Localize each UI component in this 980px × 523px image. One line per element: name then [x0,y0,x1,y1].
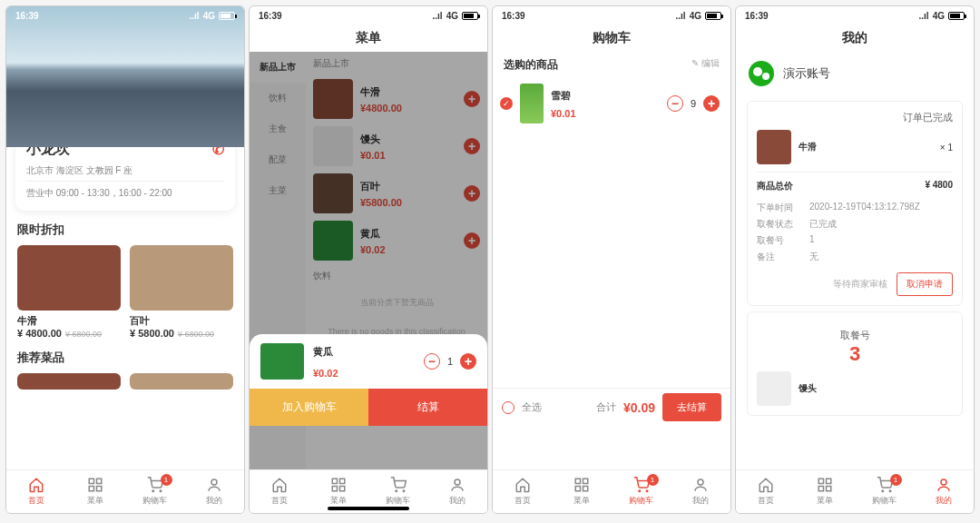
svg-point-18 [639,490,641,492]
dish-card[interactable]: 百叶 ¥ 5800.00¥ 6800.00 [130,245,233,339]
svg-rect-2 [90,487,94,491]
minus-icon[interactable]: − [424,353,440,370]
qty-value: 9 [691,98,696,109]
tab-cart[interactable]: 1购物车 [855,470,915,513]
radio-icon[interactable] [502,401,514,414]
tab-home[interactable]: 首页 [6,470,66,513]
svg-rect-7 [333,479,338,483]
order-image [757,371,791,406]
tab-cart[interactable]: 1购物车 [612,470,671,513]
svg-rect-14 [576,479,581,483]
checkout-button[interactable]: 结算 [368,389,487,426]
select-all-label[interactable]: 全选 [522,400,542,414]
tabbar: 首页 菜单 1购物车 我的 [493,469,730,513]
cart-footer: 全选 合计 ¥0.09 去结算 [493,388,730,426]
svg-rect-3 [97,487,102,491]
tab-me[interactable]: 我的 [671,470,731,513]
dish-image [17,373,121,390]
order-total-label: 商品总价 [757,180,793,192]
meta-val: 1 [809,234,815,247]
tab-label: 购物车 [629,495,653,507]
home-indicator [328,507,409,510]
order-status: 订单已完成 [757,111,953,124]
svg-point-25 [882,490,884,492]
tab-label: 购物车 [386,495,410,507]
tab-label: 购物车 [142,495,167,507]
battery-icon [705,12,721,20]
tab-me[interactable]: 我的 [428,470,488,513]
plus-icon[interactable]: + [703,95,720,112]
plus-icon[interactable]: + [460,353,476,370]
svg-point-27 [941,479,946,485]
screen-menu: 16:39 ..ıl4G 菜单 新品上市 饮料 主食 配菜 主菜 新品上市 牛滑… [249,5,488,514]
net-label: 4G [203,11,215,21]
status-bar: 16:39 ..ıl4G [250,6,487,25]
meta-key: 取餐状态 [757,218,802,231]
pickup-number: 3 [757,342,953,366]
grid-icon [817,477,833,493]
meta-val: 2020-12-19T04:13:12.798Z [809,202,920,214]
svg-rect-23 [819,487,824,491]
tab-label: 菜单 [87,495,103,507]
meta-key: 取餐号 [757,234,802,247]
cart-badge: 1 [647,474,659,486]
tab-home[interactable]: 首页 [736,470,796,513]
grid-icon [330,477,347,493]
section-discount: 限时折扣 [6,211,244,245]
tab-menu[interactable]: 菜单 [796,470,856,513]
net-label: 4G [933,11,945,21]
order-card[interactable]: 取餐号 3 馒头 [747,311,963,416]
user-icon [449,477,466,493]
svg-point-26 [889,490,891,492]
net-label: 4G [690,11,701,21]
tab-label: 菜单 [330,495,347,507]
cart-image [520,84,544,123]
tab-label: 首页 [28,495,44,507]
dish-card[interactable]: 牛滑 ¥ 4800.00¥ 6800.00 [17,245,121,339]
user-icon [692,477,709,493]
page-title: 菜单 [250,25,487,52]
add-to-cart-button[interactable]: 加入购物车 [250,389,368,426]
tab-label: 购物车 [872,495,897,507]
tab-label: 我的 [936,495,952,507]
order-card[interactable]: 订单已完成 牛滑 × 1 商品总价¥ 4800 下单时间2020-12-19T0… [747,101,963,306]
user-icon [206,477,222,493]
screen-cart: 16:39 ..ıl4G 购物车 选购的商品✎ 编辑 ✓ 雪碧 ¥0.01 − … [492,5,731,514]
pickup-label: 取餐号 [757,329,953,342]
tab-label: 我的 [206,495,222,507]
signal-icon: ..ıl [433,11,443,21]
svg-point-6 [211,479,217,485]
tab-home[interactable]: 首页 [250,470,309,513]
sheet-image [260,343,304,380]
cart-badge: 1 [161,474,172,486]
minus-icon[interactable]: − [667,95,683,112]
bottom-sheet: 黄瓜 ¥0.02 − 1 + 加入购物车 结算 [250,334,487,426]
net-label: 4G [446,11,458,21]
total-label: 合计 [596,400,616,414]
dish-image [17,245,121,311]
radio-checked-icon[interactable]: ✓ [500,97,513,110]
hero-image [6,6,244,147]
checkout-button[interactable]: 去结算 [662,393,721,421]
battery-icon [948,12,965,20]
tab-me[interactable]: 我的 [915,470,975,513]
meta-key: 下单时间 [757,202,802,214]
tab-home[interactable]: 首页 [493,470,553,513]
tab-menu[interactable]: 菜单 [66,470,126,513]
tab-label: 我的 [449,495,466,507]
cart-heading: 选购的商品 [504,57,558,73]
cancel-button[interactable]: 取消申请 [897,272,953,296]
dish-image [130,373,233,390]
order-item-name: 牛滑 [799,141,933,153]
cart-badge: 1 [890,474,902,486]
tab-cart[interactable]: 1购物车 [125,470,185,513]
svg-rect-24 [827,487,831,491]
dish-card[interactable] [130,373,233,390]
tab-menu[interactable]: 菜单 [553,470,612,513]
dish-card[interactable] [17,373,121,390]
edit-button[interactable]: ✎ 编辑 [691,57,720,73]
tab-me[interactable]: 我的 [185,470,245,513]
home-icon [514,477,531,493]
home-icon [758,477,774,493]
svg-point-12 [403,490,405,492]
